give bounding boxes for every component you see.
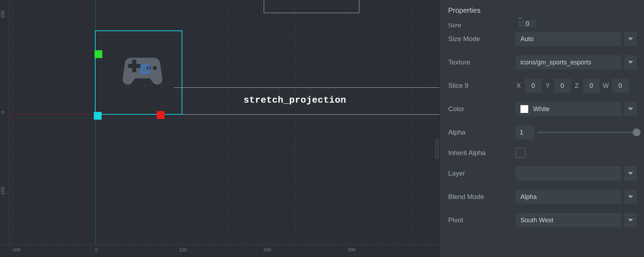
prop-sizemode-label: Size Mode (448, 35, 515, 43)
prop-layer-label: Layer (448, 170, 515, 177)
ruler-v-tick: 100 (0, 11, 8, 18)
prop-slice9-row: Slice 9 X 0 Y 0 Z 0 W 0 (448, 74, 637, 97)
color-dropdown-button[interactable] (624, 102, 637, 116)
chevron-down-icon (628, 61, 633, 64)
ruler-v-tick: -100 (0, 187, 8, 196)
prop-size-label: Size (448, 23, 515, 27)
prop-size-row: Size X 96 Y 96 Z 0 (448, 18, 637, 27)
ruler-h-tick: 100 (179, 247, 187, 252)
app-root: stretch_projection 100 0 -100 -100 0 100… (0, 0, 644, 257)
ruler-h-tick: 300 (348, 247, 355, 252)
axis-x (9, 114, 439, 115)
color-select[interactable]: White (515, 102, 621, 116)
prop-inheritalpha-row: Inherit Alpha (448, 144, 637, 162)
gizmo-handle-blue[interactable] (141, 65, 149, 73)
slice9-x-label: X (515, 82, 522, 90)
gizmo-handle-red[interactable] (157, 111, 165, 119)
gizmo-handle-cyan[interactable] (94, 112, 102, 120)
gizmo-handle-green[interactable] (95, 50, 102, 58)
prop-pivot-label: Pivot (448, 216, 515, 224)
chevron-down-icon (628, 219, 633, 222)
texture-value: icons/gm_sports_esports (520, 59, 591, 66)
panel-body: Size X 96 Y 96 Z 0 Size Mode Auto (440, 18, 644, 257)
ruler-h-tick: -100 (11, 247, 21, 252)
alpha-slider-thumb[interactable] (633, 128, 640, 136)
texture-dropdown-button[interactable] (624, 55, 637, 69)
blendmode-dropdown-button[interactable] (624, 190, 637, 204)
prop-color-label: Color (448, 105, 515, 113)
prop-pivot-row: Pivot South West (448, 209, 637, 232)
ruler-vertical: 100 0 -100 (0, 0, 9, 245)
ruler-h-tick: 200 (263, 247, 271, 252)
prop-slice9-label: Slice 9 (448, 82, 515, 90)
size-z-label: Z (518, 18, 522, 20)
ruler-h-tick: 0 (95, 247, 98, 252)
pivot-dropdown-button[interactable] (624, 213, 637, 227)
prop-alpha-label: Alpha (448, 128, 515, 136)
slice9-w-label: W (603, 82, 609, 90)
prop-blendmode-label: Blend Mode (448, 193, 515, 201)
prop-layer-row: Layer (448, 162, 637, 185)
prop-texture-label: Texture (448, 58, 515, 66)
ruler-v-tick: 0 (0, 111, 8, 114)
slice9-x-input[interactable]: 0 (525, 79, 542, 93)
pivot-select[interactable]: South West (515, 213, 621, 227)
sizemode-select[interactable]: Auto (515, 32, 621, 46)
prop-blendmode-row: Blend Mode Alpha (448, 185, 637, 209)
grid (9, 0, 439, 245)
layer-dropdown-button[interactable] (624, 166, 637, 181)
prop-sizemode-row: Size Mode Auto (448, 27, 637, 51)
chevron-down-icon (628, 108, 633, 110)
slice9-z-input[interactable]: 0 (583, 79, 600, 93)
alpha-slider[interactable] (537, 132, 637, 133)
color-value: White (533, 105, 549, 113)
slice9-z-label: Z (574, 82, 580, 90)
blendmode-select[interactable]: Alpha (515, 190, 621, 204)
chevron-down-icon (628, 172, 633, 175)
properties-panel: Properties Size X 96 Y 96 Z 0 Size Mode (439, 0, 644, 257)
slice9-y-input[interactable]: 0 (554, 79, 571, 93)
chevron-down-icon (628, 195, 633, 198)
color-swatch (520, 105, 528, 113)
sizemode-value: Auto (520, 35, 534, 43)
ruler-horizontal: -100 0 100 200 300 (0, 245, 439, 257)
scene-viewport[interactable]: stretch_projection 100 0 -100 -100 0 100… (0, 0, 439, 257)
chevron-down-icon (628, 38, 633, 40)
prop-inheritalpha-label: Inherit Alpha (448, 149, 515, 157)
slice9-w-input[interactable]: 0 (612, 79, 629, 93)
texture-select[interactable]: icons/gm_sports_esports (515, 55, 621, 69)
slice9-y-label: Y (545, 82, 551, 90)
prop-alpha-row: Alpha 1 (448, 121, 637, 144)
size-z-input[interactable]: 0 (518, 20, 537, 27)
layer-select[interactable] (515, 166, 621, 181)
canvas[interactable]: stretch_projection (9, 0, 439, 245)
inheritalpha-checkbox[interactable] (515, 148, 525, 158)
prop-texture-row: Texture icons/gm_sports_esports (448, 51, 637, 74)
panel-title: Properties (440, 3, 644, 18)
alpha-input[interactable]: 1 (515, 125, 535, 139)
node-label: stretch_projection (244, 95, 346, 105)
panel-resize-handle[interactable] (434, 135, 439, 163)
blendmode-value: Alpha (520, 193, 537, 201)
pivot-value: South West (520, 217, 553, 224)
prop-color-row: Color White (448, 97, 637, 121)
sizemode-dropdown-button[interactable] (624, 32, 637, 46)
node-box-top[interactable] (264, 0, 359, 13)
